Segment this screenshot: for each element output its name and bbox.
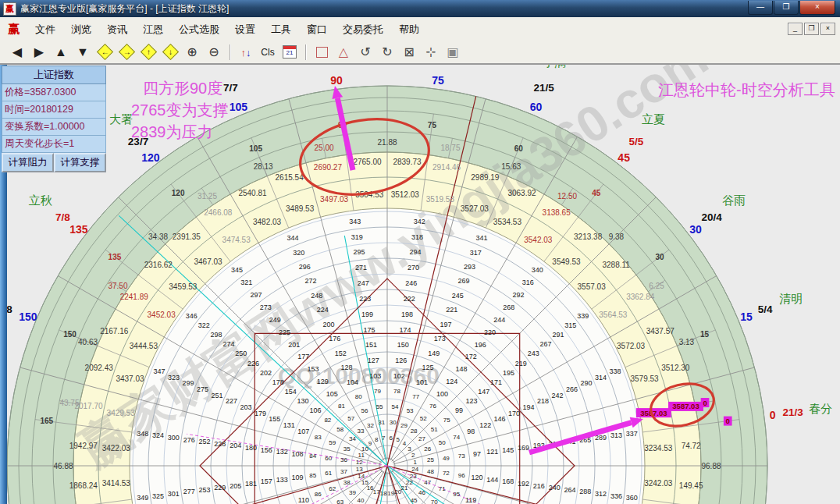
svg-text:321: 321 [240,279,252,286]
svg-text:43.75: 43.75 [59,399,79,407]
menu-item-6[interactable]: 工具 [263,20,299,38]
degree-label-30: 30 [689,223,702,236]
svg-text:3474.53: 3474.53 [222,236,251,244]
diamond-down-icon[interactable]: ↓ [160,43,180,62]
menu-item-2[interactable]: 资讯 [99,20,135,38]
menu-item-7[interactable]: 窗口 [299,20,335,38]
svg-text:343: 343 [349,218,361,225]
svg-text:252: 252 [199,438,211,445]
svg-text:110: 110 [298,496,309,504]
maximize-button[interactable]: ❐ [774,1,799,15]
svg-text:196: 196 [475,341,486,349]
diamond-left-icon[interactable]: ← [94,43,115,62]
menu-item-3[interactable]: 江恩 [135,20,171,38]
svg-text:157: 157 [261,477,272,485]
svg-text:149: 149 [428,350,440,357]
time-updown-icon[interactable]: ↑↓ [236,43,256,62]
solar-term-label-135: 立秋 [29,193,52,207]
forward-icon[interactable]: ▶ [29,43,49,62]
svg-text:62: 62 [329,485,336,492]
menu-item-1[interactable]: 浏览 [63,20,99,38]
svg-text:325: 325 [152,492,164,500]
svg-text:76: 76 [429,403,436,410]
calc-support-button[interactable]: 计算支撑 [54,153,106,172]
calendar-icon[interactable]: 21 [279,43,300,62]
rotate-cw-icon[interactable]: ↻ [377,43,397,62]
svg-text:2914.46: 2914.46 [432,163,461,172]
svg-text:312: 312 [595,490,607,498]
cls-icon[interactable]: Cls [258,43,278,62]
menu-item-5[interactable]: 设置 [227,20,263,38]
svg-text:12.50: 12.50 [557,192,577,201]
svg-text:60: 60 [514,144,524,153]
svg-text:317: 317 [470,249,482,257]
fit-icon[interactable]: ⊹ [421,43,441,62]
square-tool-icon[interactable] [311,43,332,62]
back-icon[interactable]: ◀ [7,43,27,62]
svg-text:149.45: 149.45 [679,481,703,490]
svg-text:105: 105 [326,390,338,398]
svg-text:342: 342 [414,218,425,225]
triangle-tool-icon[interactable]: △ [333,43,354,62]
svg-text:108: 108 [291,450,303,458]
svg-text:78: 78 [393,388,400,395]
svg-text:274: 274 [222,340,234,348]
diamond-up-icon[interactable]: ↑ [138,43,158,62]
svg-text:225: 225 [279,328,290,336]
svg-text:3362.84: 3362.84 [626,293,655,301]
svg-text:74: 74 [453,434,460,441]
svg-text:248: 248 [311,292,322,300]
menu-item-9[interactable]: 帮助 [391,20,427,38]
svg-text:23: 23 [410,473,417,480]
degree-label-0: 0 [770,409,776,421]
svg-text:101: 101 [416,378,428,386]
svg-text:181: 181 [245,480,257,488]
mdi-restore[interactable]: ❐ [804,23,819,35]
svg-text:199: 199 [361,311,373,318]
client-divider [0,64,840,65]
menu-item-4[interactable]: 公式选股 [171,20,227,38]
svg-text:77: 77 [412,393,419,400]
svg-text:226: 226 [247,360,259,367]
svg-text:264: 264 [564,486,575,494]
date-label-105: 7/7 [223,82,238,94]
diamond-right-icon[interactable]: → [116,43,137,62]
calc-resistance-button[interactable]: 计算阻力 [2,153,54,172]
zoom-in-icon[interactable]: ⊕ [182,43,202,62]
svg-text:3534.53: 3534.53 [493,218,522,226]
svg-text:2540.81: 2540.81 [238,189,267,197]
up-icon[interactable]: ▲ [51,43,71,62]
mdi-minimize[interactable]: _ [788,23,803,35]
svg-text:3452.03: 3452.03 [148,311,176,319]
svg-text:227: 227 [226,397,237,405]
svg-text:84: 84 [309,453,316,460]
minimize-button[interactable]: — [748,1,773,15]
close-button[interactable]: × [799,1,835,15]
svg-text:6.25: 6.25 [649,282,664,290]
svg-text:2466.08: 2466.08 [204,208,233,217]
svg-text:152: 152 [335,350,347,357]
svg-text:2391.35: 2391.35 [173,232,201,241]
svg-text:5: 5 [397,436,400,443]
screen-icon[interactable]: ▣ [443,43,463,62]
svg-text:128: 128 [340,364,352,371]
date-label-15: 5/4 [758,303,773,315]
gann-wheel-chart[interactable]: 赢家财富网www.yingjia360.comQQ:10080036012345… [0,0,840,504]
mdi-close[interactable]: × [820,23,835,35]
zoom-out-icon[interactable]: ⊖ [204,43,224,62]
svg-text:131: 131 [283,421,295,429]
down-icon[interactable]: ▼ [73,43,93,62]
svg-text:178: 178 [272,378,284,386]
svg-text:130: 130 [297,397,309,405]
clear-box-icon[interactable]: ⊠ [399,43,419,62]
svg-text:72: 72 [443,470,450,477]
rotate-ccw-icon[interactable]: ↺ [355,43,376,62]
svg-text:320: 320 [293,249,304,257]
svg-text:3489.53: 3489.53 [286,204,315,213]
svg-text:2: 2 [411,452,415,459]
menu-item-8[interactable]: 交易委托 [335,20,391,38]
menu-item-0[interactable]: 文件 [27,20,63,38]
svg-text:3527.03: 3527.03 [461,204,489,213]
svg-text:172: 172 [465,353,477,360]
svg-text:3549.53: 3549.53 [552,257,581,266]
